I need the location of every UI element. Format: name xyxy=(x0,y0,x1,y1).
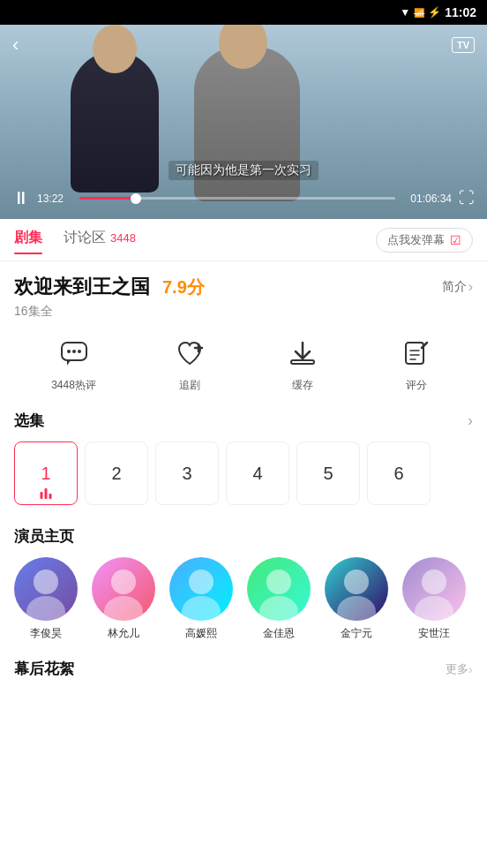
action-row: 3448热评 追剧 缓存 xyxy=(14,334,473,393)
svg-point-17 xyxy=(266,570,291,594)
ep-play-indicator xyxy=(41,488,52,499)
ep-num-5: 5 xyxy=(323,464,333,484)
status-icons: ▼ 📶 ⚡ 11:02 xyxy=(400,5,476,19)
action-comment[interactable]: 3448热评 xyxy=(51,334,96,393)
cast-avatar-5 xyxy=(402,557,466,621)
cast-row: 李俊昊 林允儿 高媛熙 金佳恩 xyxy=(14,557,473,641)
cast-item-1[interactable]: 林允儿 xyxy=(92,557,155,641)
cast-name-3: 金佳恩 xyxy=(263,626,295,641)
episode-chevron-icon[interactable]: › xyxy=(468,411,473,430)
show-title: 欢迎来到王之国 xyxy=(14,274,150,300)
follow-icon xyxy=(170,334,209,373)
ep-num-4: 4 xyxy=(252,464,262,484)
cast-name-0: 李俊昊 xyxy=(30,626,62,641)
action-rate[interactable]: 评分 xyxy=(397,334,436,393)
signal-blocked-icon: 📶 xyxy=(414,8,424,18)
svg-point-22 xyxy=(415,596,453,621)
svg-point-15 xyxy=(189,570,214,594)
svg-point-21 xyxy=(422,570,446,594)
episode-section-title: 选集 xyxy=(14,411,44,431)
intro-chevron-icon: › xyxy=(468,279,473,295)
episode-item-5[interactable]: 5 xyxy=(296,442,360,505)
more-chevron-icon: › xyxy=(468,661,473,676)
episode-item-4[interactable]: 4 xyxy=(226,442,289,505)
rate-icon xyxy=(397,334,436,373)
play-pause-button[interactable]: ⏸ xyxy=(12,188,30,208)
cast-item-3[interactable]: 金佳恩 xyxy=(247,557,311,641)
svg-point-3 xyxy=(78,350,81,353)
total-time: 01:06:34 xyxy=(402,192,452,205)
bts-header: 幕后花絮 更多 › xyxy=(14,659,473,679)
follow-label: 追剧 xyxy=(179,378,200,393)
action-follow[interactable]: 追剧 xyxy=(170,334,209,393)
svg-point-20 xyxy=(337,596,376,621)
progress-bar[interactable] xyxy=(79,197,395,200)
back-button[interactable]: ‹ xyxy=(12,34,19,57)
video-player[interactable]: ‹ TV 可能因为他是第一次实习 ⏸ 13:22 01:06:34 ⛶ xyxy=(0,25,487,219)
cast-name-5: 安世汪 xyxy=(418,626,450,641)
cast-name-1: 林允儿 xyxy=(108,626,139,641)
cast-item-5[interactable]: 安世汪 xyxy=(402,557,466,641)
discussion-count: 3448 xyxy=(110,231,136,245)
svg-rect-7 xyxy=(406,343,423,364)
comment-icon xyxy=(55,334,94,373)
svg-rect-6 xyxy=(291,360,314,364)
ep-num-2: 2 xyxy=(111,464,121,484)
danmu-button[interactable]: 点我发弹幕 ☑ xyxy=(376,228,473,253)
intro-link[interactable]: 简介 › xyxy=(442,279,473,295)
episode-item-6[interactable]: 6 xyxy=(367,442,431,505)
cast-avatar-1 xyxy=(92,557,155,621)
cast-name-2: 高媛熙 xyxy=(185,626,217,641)
bts-section: 幕后花絮 更多 › xyxy=(14,659,473,679)
svg-point-19 xyxy=(344,570,369,594)
svg-point-18 xyxy=(259,596,298,621)
download-label: 缓存 xyxy=(292,378,313,393)
wifi-icon: ▼ xyxy=(400,6,410,19)
download-icon xyxy=(283,334,322,373)
video-subtitle: 可能因为他是第一次实习 xyxy=(169,161,318,180)
episode-section-header: 选集 › xyxy=(14,411,473,431)
action-download[interactable]: 缓存 xyxy=(283,334,322,393)
cast-item-4[interactable]: 金宁元 xyxy=(325,557,388,641)
episode-grid: 1 2 3 4 5 6 xyxy=(14,442,473,509)
danmu-label: 点我发弹幕 xyxy=(387,232,445,248)
video-controls: ⏸ 13:22 01:06:34 ⛶ xyxy=(0,183,487,219)
progress-thumb[interactable] xyxy=(131,193,141,204)
fullscreen-button[interactable]: ⛶ xyxy=(459,189,475,208)
danmu-check-icon: ☑ xyxy=(450,233,461,247)
svg-point-2 xyxy=(72,350,76,353)
cast-avatar-4 xyxy=(325,557,388,621)
ep-num-1: 1 xyxy=(41,464,50,484)
svg-point-12 xyxy=(26,596,65,621)
rate-label: 评分 xyxy=(406,378,427,393)
cast-avatar-0 xyxy=(14,557,78,621)
svg-point-16 xyxy=(182,596,221,621)
status-time: 11:02 xyxy=(445,5,476,19)
episode-count: 16集全 xyxy=(14,304,473,320)
episode-item-3[interactable]: 3 xyxy=(155,442,219,505)
bts-title: 幕后花絮 xyxy=(14,659,74,679)
ep-num-3: 3 xyxy=(182,464,191,484)
cast-name-4: 金宁元 xyxy=(341,626,372,641)
comment-label: 3448热评 xyxy=(51,378,96,393)
show-score: 7.9分 xyxy=(162,275,205,299)
tv-badge: TV xyxy=(452,37,475,53)
current-time: 13:22 xyxy=(37,192,72,205)
tab-discussion[interactable]: 讨论区 3448 xyxy=(64,229,136,251)
episode-item-2[interactable]: 2 xyxy=(85,442,148,505)
tab-bar: 剧集 讨论区 3448 点我发弹幕 ☑ xyxy=(0,219,487,261)
cast-section-header: 演员主页 xyxy=(14,526,473,547)
cast-avatar-2 xyxy=(169,557,233,621)
cast-section: 演员主页 李俊昊 林允儿 高媛熙 xyxy=(14,526,473,641)
cast-avatar-3 xyxy=(247,557,311,621)
progress-fill xyxy=(79,197,136,200)
cast-section-title: 演员主页 xyxy=(14,526,74,547)
svg-point-13 xyxy=(111,570,136,594)
battery-icon: ⚡ xyxy=(428,6,441,19)
more-link[interactable]: 更多 › xyxy=(446,661,473,677)
tab-episodes[interactable]: 剧集 xyxy=(14,229,42,251)
cast-item-0[interactable]: 李俊昊 xyxy=(14,557,78,641)
cast-item-2[interactable]: 高媛熙 xyxy=(169,557,233,641)
episode-item-1[interactable]: 1 xyxy=(14,442,78,505)
status-bar: ▼ 📶 ⚡ 11:02 xyxy=(0,0,487,25)
